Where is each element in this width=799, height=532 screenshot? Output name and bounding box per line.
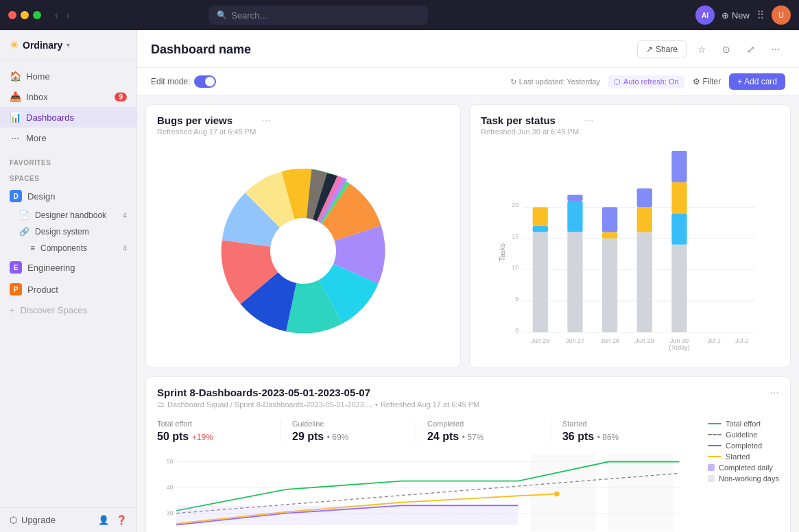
sidebar-item-design[interactable]: D Design [0,185,136,207]
inbox-icon: 📥 [10,91,21,102]
svg-rect-19 [602,232,617,239]
svg-rect-21 [637,232,652,332]
upgrade-button[interactable]: ⬡ Upgrade [10,515,94,525]
main-content: Dashboard name ↗ Share ☆ ⊙ ⤢ ··· Edit mo… [137,30,799,532]
svg-point-0 [270,218,336,284]
legend-item-completed-daily: Completed daily [708,463,779,472]
svg-text:Tasks: Tasks [499,243,506,261]
window-controls [8,11,41,19]
bar-chart-container: Tasks 0 5 10 15 20 [470,141,790,367]
add-card-button[interactable]: + Add card [729,73,785,90]
toolbar: Edit mode: ↻ Last updated: Yesterday ⬡ A… [137,68,799,96]
edit-mode-toggle[interactable] [194,75,216,88]
discover-label: Discover Spaces [21,305,88,315]
sidebar-item-product[interactable]: P Product [0,278,136,300]
sprint-chart: 50 40 30 [146,451,697,532]
total-effort-value: 50 pts +19% [157,431,270,443]
sprint-content: Total effort 50 pts +19% Guideline [146,414,790,532]
back-arrow[interactable]: ‹ [52,8,61,22]
total-effort-legend-icon [708,423,722,424]
sidebar: ✳ Ordinary ▾ 🏠 Home 📥 Inbox 9 📊 Dashboar… [0,30,137,532]
more-options-button[interactable]: ··· [766,40,785,59]
sidebar-item-engineering[interactable]: E Engineering [0,256,136,278]
user-avatar[interactable]: U [772,5,791,25]
target-button[interactable]: ⊙ [717,40,736,59]
user-icon[interactable]: 👤 [98,515,109,525]
started-legend-icon [708,456,722,457]
new-button[interactable]: ⊕ New [722,10,750,21]
auto-refresh-icon: ⬡ [614,77,621,86]
guideline-value: 29 pts • 69% [292,431,405,443]
apps-grid-icon[interactable]: ⠿ [756,9,765,22]
last-updated: ↻ Last updated: Yesterday [510,77,600,86]
svg-text:30: 30 [167,510,174,517]
refresh-icon: ↻ [510,77,516,86]
toolbar-right: ↻ Last updated: Yesterday ⬡ Auto refresh… [510,73,785,90]
legend-item-started: Started [708,452,779,461]
design-space-icon: D [10,190,22,202]
logo-icon: ✳ [10,38,19,51]
forward-arrow[interactable]: › [64,8,73,22]
task-status-card: Task per status Refreshed Jun 30 at 6:45… [469,104,791,368]
svg-point-44 [554,492,560,497]
search-icon: 🔍 [217,10,227,20]
plus-icon: ⊕ [722,10,729,21]
pie-chart [200,148,406,354]
sprint-metrics-chart: Total effort 50 pts +19% Guideline [146,414,697,532]
bugs-card: Bugs per views Refreshed Aug 17 at 6:45 … [145,104,461,368]
bugs-card-subtitle: Refreshed Aug 17 at 6:45 PM [157,128,256,136]
share-button[interactable]: ↗ Share [637,40,687,58]
sprint-line-chart: 50 40 30 [157,451,686,532]
sidebar-item-dashboards[interactable]: 📊 Dashboards [0,107,136,128]
bugs-card-more-button[interactable]: ··· [261,114,270,127]
sidebar-item-components[interactable]: ≡ Components 4 [0,240,136,256]
titlebar-right: AI ⊕ New ⠿ U [695,5,791,25]
star-button[interactable]: ☆ [692,40,711,59]
completed-value: 24 pts • 57% [427,431,540,443]
sidebar-item-more[interactable]: ··· More [0,128,136,148]
sprint-card-more-button[interactable]: ··· [770,387,779,399]
upgrade-label: Upgrade [21,515,56,525]
minimize-dot[interactable] [21,11,29,19]
sprint-metric-completed: Completed 24 pts • 57% [416,420,551,443]
svg-text:Jun 30: Jun 30 [670,337,689,344]
components-label: Components [40,243,87,253]
sidebar-item-inbox[interactable]: 📥 Inbox 9 [0,86,136,107]
discover-spaces[interactable]: + Discover Spaces [0,300,136,320]
sprint-path-icon: 🗂 [157,400,165,409]
product-space-label: Product [27,285,58,295]
legend-item-guideline: Guideline [708,431,779,439]
task-card-more-button[interactable]: ··· [584,114,593,127]
close-dot[interactable] [8,11,16,19]
task-status-card-title: Task per status [481,114,579,126]
svg-text:15: 15 [512,233,518,240]
search-bar[interactable]: 🔍 Search... [208,5,428,25]
bugs-card-title: Bugs per views [157,114,256,126]
svg-rect-45 [176,505,518,524]
engineering-space-label: Engineering [27,263,75,273]
svg-rect-20 [602,207,617,232]
dashboards-icon: 📊 [10,112,21,123]
sprint-legend: Total effort Guideline Completed [697,414,790,532]
maximize-dot[interactable] [33,11,41,19]
total-effort-legend-label: Total effort [726,420,761,428]
sidebar-item-designer-handbook[interactable]: 📄 Designer handbook 4 [0,207,136,223]
sprint-metric-started: Started 36 pts • 86% [551,420,686,443]
svg-rect-13 [533,226,548,232]
sprint-card-header: Sprint 8-Dashboards-2023-05-01-2023-05-0… [146,377,790,414]
svg-text:Jun 27: Jun 27 [566,337,584,344]
sidebar-nav: 🏠 Home 📥 Inbox 9 📊 Dashboards ··· More [0,60,136,154]
sidebar-header[interactable]: ✳ Ordinary ▾ [0,30,136,60]
expand-button[interactable]: ⤢ [741,40,761,59]
ai-badge[interactable]: AI [695,5,715,25]
svg-rect-36 [531,454,595,531]
search-placeholder: Search... [231,10,267,21]
completed-label: Completed [427,420,540,428]
design-system-label: Design system [35,227,89,237]
sidebar-item-design-system[interactable]: 🔗 Design system [0,223,136,240]
help-icon[interactable]: ❓ [116,515,127,525]
sidebar-item-home[interactable]: 🏠 Home [0,66,136,86]
filter-button[interactable]: ⚙ Filter [693,77,722,86]
auto-refresh-badge[interactable]: ⬡ Auto refresh: On [608,75,684,88]
page-title: Dashboard name [151,43,637,57]
